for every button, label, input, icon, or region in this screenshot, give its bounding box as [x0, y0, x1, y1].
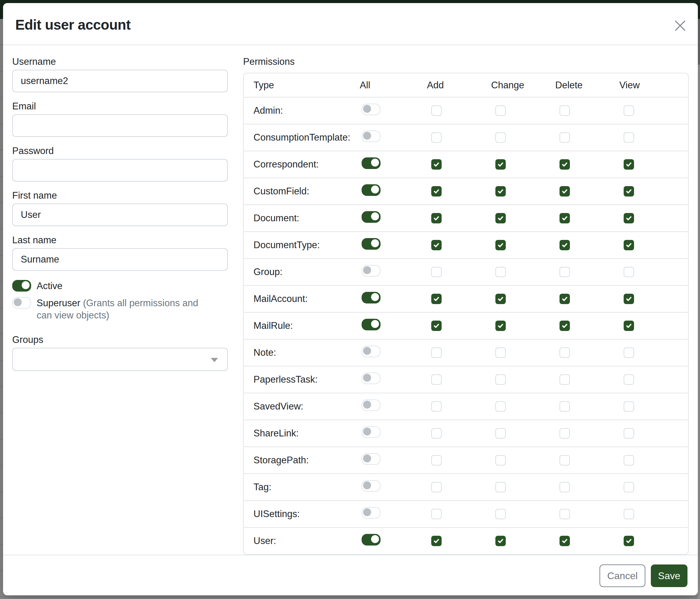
permission-change-checkbox[interactable]: [495, 401, 506, 412]
permission-all-toggle[interactable]: [361, 507, 380, 519]
permission-change-checkbox[interactable]: [495, 132, 506, 143]
permission-add-checkbox[interactable]: [431, 428, 442, 438]
permission-change-checkbox[interactable]: [495, 240, 506, 250]
permission-delete-checkbox[interactable]: [559, 536, 570, 546]
permission-add-checkbox[interactable]: [431, 401, 442, 412]
permission-delete-checkbox[interactable]: [559, 455, 570, 465]
permission-change-checkbox[interactable]: [495, 159, 506, 170]
permission-view-checkbox[interactable]: [624, 132, 634, 143]
permission-delete-checkbox[interactable]: [559, 348, 570, 358]
permission-add-checkbox[interactable]: [431, 294, 442, 304]
permission-delete-checkbox[interactable]: [559, 105, 570, 116]
permission-add-checkbox[interactable]: [431, 509, 442, 519]
permission-change-checkbox[interactable]: [495, 213, 506, 223]
last-name-input[interactable]: [12, 248, 228, 271]
toggle-knob: [371, 239, 379, 247]
permission-all-toggle[interactable]: [361, 426, 380, 438]
permission-all-toggle[interactable]: [361, 453, 380, 465]
permission-add-checkbox[interactable]: [431, 159, 442, 170]
permission-all-toggle[interactable]: [361, 265, 380, 277]
permission-change-checkbox[interactable]: [495, 267, 506, 277]
username-input[interactable]: [12, 70, 228, 92]
permission-delete-checkbox[interactable]: [559, 132, 570, 143]
permission-view-checkbox[interactable]: [624, 348, 634, 358]
permission-add-checkbox[interactable]: [431, 267, 442, 277]
permission-change-checkbox[interactable]: [495, 348, 506, 358]
permission-view-checkbox[interactable]: [624, 482, 634, 492]
permission-view-checkbox[interactable]: [624, 509, 634, 519]
permission-delete-checkbox[interactable]: [559, 509, 570, 519]
permission-all-toggle[interactable]: [361, 158, 380, 169]
permission-view-checkbox[interactable]: [624, 267, 634, 277]
permission-add-checkbox[interactable]: [431, 186, 442, 196]
active-toggle[interactable]: [12, 280, 31, 291]
permission-view-checkbox[interactable]: [624, 294, 634, 304]
permission-delete-checkbox[interactable]: [559, 375, 570, 385]
permission-delete-checkbox[interactable]: [559, 482, 570, 492]
permission-view-checkbox[interactable]: [624, 455, 634, 465]
cancel-button[interactable]: Cancel: [600, 565, 645, 587]
superuser-toggle[interactable]: [12, 297, 31, 309]
permission-all-toggle[interactable]: [361, 130, 380, 142]
permission-delete-checkbox[interactable]: [559, 213, 570, 223]
permission-delete-checkbox[interactable]: [559, 401, 570, 412]
permission-change-checkbox[interactable]: [495, 536, 506, 546]
permission-change-checkbox[interactable]: [495, 428, 506, 438]
permission-delete-checkbox[interactable]: [559, 186, 570, 196]
page-scrollbar-track[interactable]: [698, 19, 700, 599]
permission-all-toggle[interactable]: [361, 373, 380, 384]
permission-change-checkbox[interactable]: [495, 320, 506, 331]
permission-add-checkbox[interactable]: [431, 482, 442, 492]
permission-add-checkbox[interactable]: [431, 375, 442, 385]
permission-add-checkbox[interactable]: [431, 105, 442, 116]
permission-change-checkbox[interactable]: [495, 105, 506, 116]
save-button[interactable]: Save: [651, 565, 688, 587]
permission-add-checkbox[interactable]: [431, 455, 442, 465]
permission-change-checkbox[interactable]: [495, 455, 506, 465]
permission-change-checkbox[interactable]: [495, 294, 506, 304]
permission-all-toggle[interactable]: [361, 346, 380, 357]
permission-view-checkbox[interactable]: [624, 401, 634, 412]
permission-all-toggle[interactable]: [361, 103, 380, 115]
permission-add-checkbox[interactable]: [431, 536, 442, 546]
permission-all-toggle[interactable]: [361, 480, 380, 492]
permission-all-toggle[interactable]: [361, 211, 380, 223]
permission-all-toggle[interactable]: [361, 400, 380, 411]
page-scrollbar-thumb[interactable]: [698, 19, 700, 65]
permission-all-toggle[interactable]: [361, 292, 380, 304]
permission-all-toggle[interactable]: [361, 238, 380, 250]
permission-delete-checkbox[interactable]: [559, 294, 570, 304]
permission-all-toggle[interactable]: [361, 184, 380, 196]
close-button[interactable]: [673, 19, 687, 32]
permission-all-toggle[interactable]: [361, 319, 380, 330]
permission-view-checkbox[interactable]: [624, 375, 634, 385]
permission-view-checkbox[interactable]: [624, 159, 634, 170]
permission-row: MailAccount:: [244, 285, 688, 312]
permission-change-checkbox[interactable]: [495, 482, 506, 492]
permission-view-checkbox[interactable]: [624, 428, 634, 438]
permission-change-checkbox[interactable]: [495, 509, 506, 519]
permission-view-checkbox[interactable]: [624, 105, 634, 116]
permission-all-toggle[interactable]: [361, 534, 380, 546]
permission-view-checkbox[interactable]: [624, 213, 634, 223]
permission-delete-checkbox[interactable]: [559, 240, 570, 250]
password-input[interactable]: [12, 159, 228, 182]
permission-add-checkbox[interactable]: [431, 240, 442, 250]
permission-delete-checkbox[interactable]: [559, 428, 570, 438]
permission-change-checkbox[interactable]: [495, 186, 506, 196]
groups-select[interactable]: [12, 348, 228, 371]
permission-delete-checkbox[interactable]: [559, 267, 570, 277]
email-input[interactable]: [12, 114, 228, 137]
permission-view-checkbox[interactable]: [624, 240, 634, 250]
permission-add-checkbox[interactable]: [431, 213, 442, 223]
permission-view-checkbox[interactable]: [624, 320, 634, 331]
permission-view-checkbox[interactable]: [624, 186, 634, 196]
first-name-input[interactable]: [12, 203, 228, 226]
permission-delete-checkbox[interactable]: [559, 159, 570, 170]
permission-add-checkbox[interactable]: [431, 132, 442, 143]
permission-change-checkbox[interactable]: [495, 375, 506, 385]
permission-add-checkbox[interactable]: [431, 320, 442, 331]
permission-delete-checkbox[interactable]: [559, 320, 570, 331]
permission-view-checkbox[interactable]: [624, 536, 634, 546]
permission-add-checkbox[interactable]: [431, 348, 442, 358]
